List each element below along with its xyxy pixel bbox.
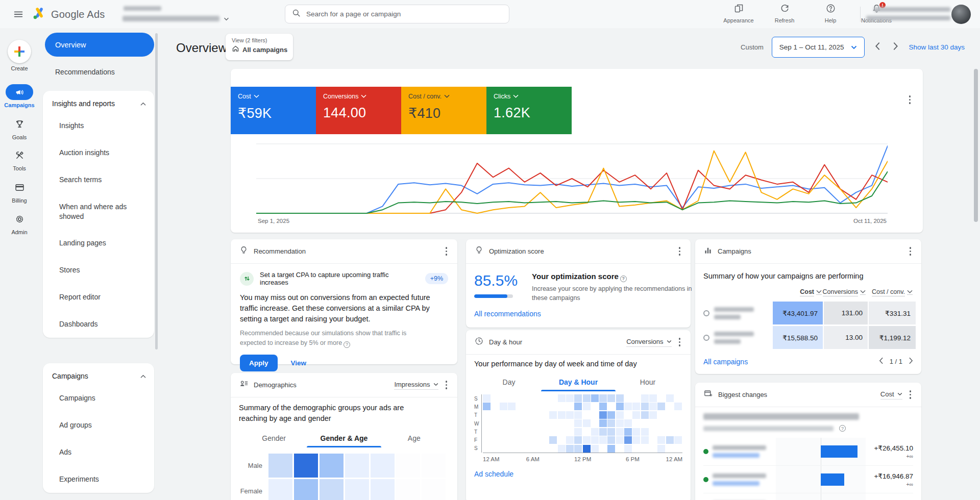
- change-link-redacted: [713, 453, 760, 458]
- global-search[interactable]: [285, 5, 509, 23]
- recommendation-item-title[interactable]: Set a target CPA to capture upcoming tra…: [260, 271, 419, 286]
- sidebar-item-insights[interactable]: Insights: [43, 112, 154, 139]
- topbar-action-appearance[interactable]: Appearance: [722, 3, 755, 23]
- column-header-costconv[interactable]: Cost / conv.: [866, 288, 913, 296]
- heatmap-cell: [483, 445, 491, 453]
- campaign-row-name[interactable]: [703, 302, 772, 324]
- recommendation-menu-icon[interactable]: [444, 245, 450, 258]
- show-last-30-days-link[interactable]: Show last 30 days: [909, 43, 965, 51]
- all-campaigns-link[interactable]: All campaigns: [703, 358, 748, 366]
- topbar-action-label: Help: [825, 17, 837, 23]
- demographics-menu-icon[interactable]: [444, 379, 450, 391]
- biggest-changes-menu-icon[interactable]: [908, 388, 914, 401]
- scoreboard-menu-icon[interactable]: [907, 93, 913, 106]
- heatmap-cell: [657, 436, 665, 444]
- account-switcher[interactable]: [122, 6, 276, 23]
- rail-item-billing[interactable]: Billing: [0, 180, 39, 204]
- sidebar-item-stores[interactable]: Stores: [43, 257, 154, 284]
- heatmap-cell: [491, 428, 499, 436]
- biggest-change-row[interactable]: +₹8,863.37+∞: [703, 493, 913, 500]
- topbar-action-label: Appearance: [723, 17, 753, 23]
- date-range-picker[interactable]: Sep 1 – Oct 11, 2025: [772, 37, 865, 58]
- menu-icon[interactable]: [11, 7, 26, 21]
- help-circle-icon[interactable]: ?: [839, 425, 846, 432]
- sidebar-item-overview[interactable]: Overview: [45, 33, 154, 57]
- x-axis-tick-label: 6 PM: [626, 456, 640, 462]
- heatmap-cell: [524, 419, 532, 427]
- section-header-insights-and-reports[interactable]: Insights and reports: [43, 91, 154, 112]
- heatmap-cell: [641, 411, 649, 419]
- biggest-change-row[interactable]: +₹26,455.10+∞: [703, 438, 913, 465]
- topbar-action-help[interactable]: Help: [814, 3, 847, 23]
- sidebar-scrollbar[interactable]: [155, 33, 158, 349]
- tab-gender[interactable]: Gender: [239, 431, 309, 447]
- google-ads-logo[interactable]: Google Ads: [32, 6, 105, 23]
- next-period-button[interactable]: [891, 40, 900, 55]
- tab-age[interactable]: Age: [379, 431, 449, 447]
- sidebar-item-dashboards[interactable]: Dashboards: [43, 311, 154, 338]
- chevron-down-icon: [361, 94, 366, 98]
- metric-tile-conversions[interactable]: Conversions144.00: [316, 87, 401, 134]
- optimization-menu-icon[interactable]: [677, 245, 683, 258]
- rail-item-admin[interactable]: Admin: [0, 211, 39, 235]
- search-input[interactable]: [306, 10, 503, 18]
- campaign-row-name[interactable]: [703, 326, 772, 349]
- day-hour-metric-selector[interactable]: Conversions: [626, 338, 671, 347]
- day-hour-x-axis: 12 AM6 AM12 PM6 PM12 AM: [483, 453, 682, 466]
- view-link[interactable]: View: [291, 359, 307, 367]
- previous-period-button[interactable]: [873, 40, 883, 55]
- campaign-cell: ₹1,199.12: [869, 326, 916, 349]
- sidebar-item-campaigns[interactable]: Campaigns: [43, 385, 154, 412]
- sidebar-item-ad-groups[interactable]: Ad groups: [43, 412, 154, 439]
- view-filter-count: View (2 filters): [232, 37, 293, 43]
- rail-item-campaigns[interactable]: Campaigns: [0, 84, 39, 108]
- view-filter-chip[interactable]: View (2 filters) All campaigns: [226, 34, 293, 60]
- page-scrollbar[interactable]: [974, 69, 978, 222]
- rail-item-create[interactable]: Create: [0, 40, 39, 71]
- biggest-changes-metric-selector[interactable]: Cost: [880, 390, 902, 399]
- page-next-icon[interactable]: [909, 357, 913, 366]
- tab-hour[interactable]: Hour: [613, 375, 682, 391]
- tab-day---hour[interactable]: Day & Hour: [544, 375, 613, 391]
- heatmap-cell: [632, 428, 640, 436]
- topbar-action-refresh[interactable]: Refresh: [768, 3, 801, 23]
- window-plus-icon: [703, 389, 713, 401]
- help-circle-icon[interactable]: ?: [344, 341, 350, 348]
- sidebar-item-search-terms[interactable]: Search terms: [43, 166, 154, 193]
- page-prev-icon[interactable]: [879, 357, 884, 366]
- sidebar-item-ads[interactable]: Ads: [43, 439, 154, 466]
- demographics-metric-selector[interactable]: Impressions: [394, 381, 438, 390]
- clock-icon: [474, 336, 484, 348]
- metric-tile-costconv[interactable]: Cost / conv.₹410: [401, 87, 486, 134]
- day-hour-menu-icon[interactable]: [677, 336, 683, 348]
- all-recommendations-link[interactable]: All recommendations: [474, 310, 691, 318]
- metric-tile-clicks[interactable]: Clicks1.62K: [486, 87, 572, 134]
- sidebar-item-report-editor[interactable]: Report editor: [43, 284, 154, 311]
- tab-gender---age[interactable]: Gender & Age: [309, 431, 379, 447]
- column-header-cost[interactable]: Cost: [772, 288, 822, 296]
- section-header-campaigns[interactable]: Campaigns: [43, 363, 154, 385]
- chevron-down-icon: [513, 94, 519, 98]
- sidebar-item-when-and-where-ads-showed[interactable]: When and where ads showed: [43, 193, 154, 230]
- sidebar-item-experiments[interactable]: Experiments: [43, 466, 154, 493]
- tab-day[interactable]: Day: [474, 375, 544, 391]
- heatmap-cell: [624, 428, 632, 436]
- chevron-up-icon: [140, 99, 146, 108]
- apply-button[interactable]: Apply: [240, 355, 278, 371]
- column-header-conversions[interactable]: Conversions: [822, 288, 866, 296]
- metric-tile-cost[interactable]: Cost₹59K: [231, 87, 316, 134]
- sidebar-item-auction-insights[interactable]: Auction insights: [43, 139, 154, 166]
- campaigns-menu-icon[interactable]: [908, 245, 914, 258]
- demographics-row: Male: [239, 454, 449, 478]
- rail-item-goals[interactable]: Goals: [0, 116, 39, 140]
- biggest-change-row[interactable]: +₹16,946.87+∞: [703, 465, 913, 493]
- sidebar-item-landing-pages[interactable]: Landing pages: [43, 230, 154, 257]
- avatar[interactable]: [951, 5, 971, 24]
- heatmap-cell: [599, 428, 607, 436]
- rail-item-tools[interactable]: Tools: [0, 147, 39, 171]
- ad-schedule-link[interactable]: Ad schedule: [474, 470, 682, 478]
- create-button[interactable]: [8, 40, 31, 63]
- current-account-info[interactable]: [866, 7, 950, 20]
- sidebar-item-recommendations[interactable]: Recommendations: [55, 68, 115, 76]
- help-circle-icon[interactable]: ?: [620, 276, 627, 282]
